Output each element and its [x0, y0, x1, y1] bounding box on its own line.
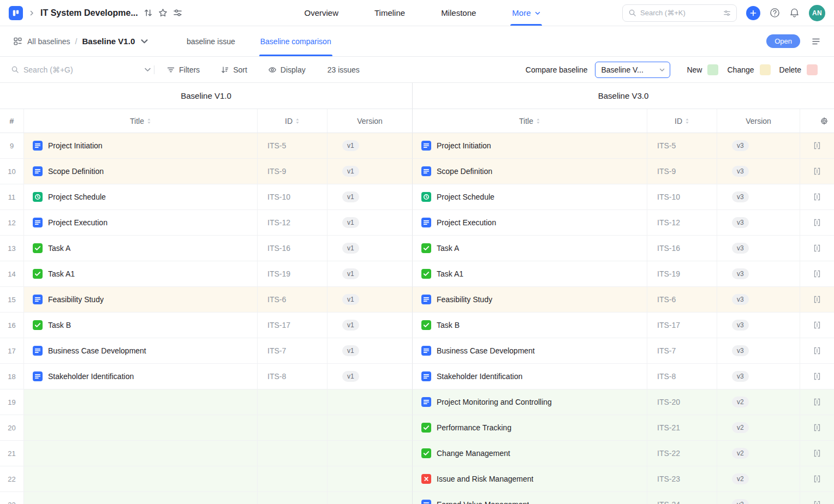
issue-search-box[interactable] [11, 65, 152, 74]
row-number: 16 [0, 313, 24, 338]
compare-icon[interactable] [813, 346, 821, 355]
issue-title-cell [24, 441, 258, 466]
search-filter-icon[interactable] [723, 9, 731, 17]
schedule-type-icon [33, 192, 43, 202]
issue-title-cell[interactable]: Task A1 [413, 261, 647, 287]
star-icon[interactable] [158, 8, 168, 17]
gear-icon[interactable] [820, 117, 829, 125]
issue-title-cell [24, 415, 258, 441]
compare-icon[interactable] [813, 218, 821, 227]
issue-version-cell: v3 [717, 261, 800, 287]
sort-button[interactable]: Sort [221, 65, 247, 74]
issue-title-cell[interactable]: Task B [413, 313, 647, 338]
issue-title-cell[interactable]: Task A [413, 236, 647, 261]
view-list-icon[interactable] [811, 37, 821, 46]
app-logo-icon [11, 9, 20, 17]
tab-baseline-issue[interactable]: baseline issue [187, 26, 235, 56]
compare-icon[interactable] [813, 244, 821, 253]
table-row: 15Feasibility StudyITS-6v1Feasibility St… [0, 287, 834, 313]
breadcrumb-current-baseline[interactable]: Baseline V1.0 [82, 37, 135, 46]
filters-button[interactable]: Filters [166, 65, 200, 74]
version-badge: v2 [732, 422, 749, 433]
issue-search-input[interactable] [23, 65, 139, 74]
id-header-label: ID [675, 117, 682, 125]
compare-icon[interactable] [813, 423, 821, 432]
issue-title-cell[interactable]: Earned Value Management [413, 492, 647, 504]
tab-milestone[interactable]: Milestone [441, 0, 476, 26]
compare-icon[interactable] [813, 500, 821, 504]
task-type-icon [421, 397, 431, 407]
tab-baseline-comparison[interactable]: Baseline comparison [260, 26, 331, 56]
column-header-id-left[interactable]: ID [258, 109, 327, 133]
bell-icon[interactable] [789, 8, 800, 18]
tab-timeline[interactable]: Timeline [374, 0, 405, 26]
issue-title-cell[interactable]: Task A [24, 236, 258, 261]
issue-title-cell[interactable]: Project Schedule [413, 184, 647, 210]
compare-icon[interactable] [813, 269, 821, 278]
issue-title-cell[interactable]: Performance Tracking [413, 415, 647, 441]
sliders-icon[interactable] [173, 8, 182, 17]
compare-icon[interactable] [813, 141, 821, 150]
issue-title-cell[interactable]: Project Execution [24, 210, 258, 236]
issue-title-cell[interactable]: Feasibility Study [413, 287, 647, 313]
tab-more-label: More [512, 8, 531, 17]
tab-more[interactable]: More [512, 0, 540, 26]
issue-title-cell[interactable]: Project Initiation [413, 133, 647, 159]
issue-title-cell[interactable]: Stakeholder Identification [24, 364, 258, 389]
tab-overview[interactable]: Overview [304, 0, 338, 26]
column-header-title-left[interactable]: Title [24, 109, 258, 133]
issue-title-cell[interactable]: Scope Definition [413, 159, 647, 184]
compare-icon[interactable] [813, 449, 821, 458]
issue-version-cell: v2 [717, 389, 800, 415]
issue-title: Business Case Development [48, 346, 146, 355]
create-button[interactable] [746, 6, 760, 20]
issue-title-cell[interactable]: Issue and Risk Management [413, 466, 647, 492]
issue-id-cell: ITS-24 [647, 492, 717, 504]
compare-icon[interactable] [813, 398, 821, 406]
search-scope-chevron-icon[interactable] [144, 65, 152, 74]
column-header-title-right[interactable]: Title [413, 109, 647, 133]
compare-icon[interactable] [813, 475, 821, 483]
version-badge: v1 [342, 371, 359, 382]
issue-title-cell[interactable]: Feasibility Study [24, 287, 258, 313]
issue-title-cell[interactable]: Stakeholder Identification [413, 364, 647, 389]
issue-title-cell[interactable]: Scope Definition [24, 159, 258, 184]
issue-title-cell[interactable]: Project Monitoring and Controlling [413, 389, 647, 415]
compare-baseline-select[interactable]: Baseline V... [595, 62, 670, 78]
baselines-grid-icon[interactable] [13, 37, 22, 46]
table-row: 12Project ExecutionITS-12v1Project Execu… [0, 210, 834, 236]
compare-icon[interactable] [813, 321, 821, 329]
breadcrumb-all-baselines[interactable]: All baselines [27, 37, 70, 46]
breadcrumb-separator: / [75, 37, 78, 46]
compare-icon[interactable] [813, 167, 821, 176]
issue-title-cell[interactable]: Change Management [413, 441, 647, 466]
compare-icon[interactable] [813, 193, 821, 201]
global-search-input[interactable] [640, 9, 719, 17]
issue-title-cell[interactable]: Task A1 [24, 261, 258, 287]
issue-title-cell[interactable]: Project Schedule [24, 184, 258, 210]
table-row: 22Issue and Risk ManagementITS-23v2 [0, 466, 834, 492]
status-badge-open[interactable]: Open [766, 34, 800, 48]
issue-id-cell: ITS-23 [647, 466, 717, 492]
issue-title-cell[interactable]: Business Case Development [24, 338, 258, 364]
compare-icon[interactable] [813, 295, 821, 304]
compare-icon[interactable] [813, 372, 821, 381]
display-button[interactable]: Display [268, 65, 306, 74]
issue-version-cell: v3 [717, 159, 800, 184]
legend-change-swatch [760, 64, 771, 75]
issue-title-cell[interactable]: Project Execution [413, 210, 647, 236]
app-logo-button[interactable] [9, 6, 23, 20]
avatar[interactable]: AN [809, 5, 825, 21]
baseline-switch-chevron-icon[interactable] [140, 37, 149, 46]
sync-icon[interactable] [144, 8, 153, 17]
issue-title-cell[interactable]: Task B [24, 313, 258, 338]
issue-title: Feasibility Study [437, 295, 492, 304]
column-header-settings[interactable] [800, 109, 834, 133]
help-icon[interactable] [770, 8, 780, 18]
issue-title-cell[interactable]: Project Initiation [24, 133, 258, 159]
project-title[interactable]: IT System Developme... [40, 8, 138, 18]
global-search-box[interactable] [622, 4, 737, 22]
table-row: 9Project InitiationITS-5v1Project Initia… [0, 133, 834, 159]
issue-title-cell[interactable]: Business Case Development [413, 338, 647, 364]
column-header-id-right[interactable]: ID [647, 109, 717, 133]
